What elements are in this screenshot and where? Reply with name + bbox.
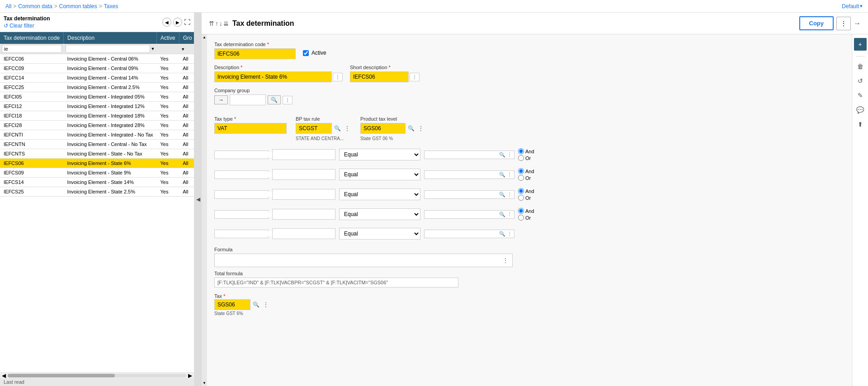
table-row[interactable]: IEFCC09 Invoicing Element - Central 09% … <box>0 64 194 73</box>
breadcrumb-common-data[interactable]: Common data <box>18 3 52 9</box>
collapse-panel-btn[interactable]: ◀ <box>194 13 202 386</box>
radio-or-label-1[interactable]: Or <box>518 175 534 181</box>
filter-code-input[interactable] <box>2 45 62 53</box>
cond-right-input-3[interactable] <box>426 212 497 217</box>
input-tax-bottom[interactable] <box>214 299 250 310</box>
radio-and-label-1[interactable]: And <box>518 168 534 174</box>
product-tax-level-more-icon[interactable]: ⋮ <box>417 124 425 133</box>
cond-right-more-icon-3[interactable]: ⋮ <box>507 212 512 217</box>
cond-center-input-1[interactable] <box>272 169 335 180</box>
product-tax-level-search-icon[interactable]: 🔍 <box>406 124 416 133</box>
table-row[interactable]: IEFCS09 Invoicing Element - State 9% Yes… <box>0 168 194 178</box>
sidebar-trash-icon[interactable]: 🗑 <box>854 60 867 73</box>
radio-or-2[interactable] <box>518 195 524 201</box>
clear-filter-btn[interactable]: ↺ Clear filter <box>4 23 50 29</box>
table-row[interactable]: IEFCS06 Invoicing Element - State 6% Yes… <box>0 159 194 168</box>
sidebar-refresh-icon[interactable]: ↺ <box>854 75 867 87</box>
cond-right-input-1[interactable] <box>426 172 497 177</box>
input-product-tax-level[interactable] <box>360 123 406 134</box>
radio-and-3[interactable] <box>518 208 524 214</box>
cond-left-input-2[interactable] <box>217 192 279 197</box>
sidebar-export-icon[interactable]: ⬆ <box>854 118 867 131</box>
nav-next-btn[interactable]: ▶ <box>173 18 182 27</box>
cond-right-search-icon-0[interactable]: 🔍 <box>499 152 505 158</box>
table-row[interactable]: IEFCNTS Invoicing Element - State - No T… <box>0 149 194 159</box>
tax-bottom-more-icon[interactable]: ⋮ <box>262 300 270 309</box>
cond-equal-select-2[interactable]: Equal Not equal Greater than Less than <box>339 188 420 200</box>
cond-left-input-0[interactable] <box>217 152 279 157</box>
cond-equal-select-4[interactable]: Equal Not equal Greater than Less than <box>339 228 420 240</box>
cond-right-search-icon-2[interactable]: 🔍 <box>499 192 505 198</box>
filter-desc-icon[interactable]: ▼ <box>151 47 155 51</box>
radio-or-label-0[interactable]: Or <box>518 155 534 161</box>
expand-btn[interactable]: ⛶ <box>184 19 190 26</box>
copy-button[interactable]: Copy <box>799 16 834 30</box>
nav-prev-btn[interactable]: ◀ <box>162 18 171 27</box>
scroll-down-btn[interactable]: ▼ <box>203 381 206 385</box>
sidebar-chat-icon[interactable]: 💬 <box>854 104 867 116</box>
cond-right-search-icon-4[interactable]: 🔍 <box>499 231 505 237</box>
description-action-btn[interactable]: ⋮ <box>333 73 343 81</box>
radio-or-3[interactable] <box>518 215 524 221</box>
radio-or-0[interactable] <box>518 155 524 161</box>
sort-first-icon[interactable]: ⇈ <box>209 20 214 27</box>
filter-desc-input[interactable] <box>66 45 150 53</box>
cond-right-more-icon-1[interactable]: ⋮ <box>507 172 512 178</box>
cond-center-input-2[interactable] <box>272 189 335 200</box>
radio-or-label-3[interactable]: Or <box>518 215 534 221</box>
breadcrumb-common-tables[interactable]: Common tables <box>59 3 97 9</box>
bp-tax-rule-more-icon[interactable]: ⋮ <box>343 124 351 133</box>
company-group-more-btn[interactable]: ⋮ <box>283 96 292 104</box>
short-description-action-btn[interactable]: ⋮ <box>410 73 420 81</box>
table-row[interactable]: IEFCC25 Invoicing Element - Central 2.5%… <box>0 83 194 92</box>
cond-right-input-0[interactable] <box>426 152 497 157</box>
cond-right-search-icon-1[interactable]: 🔍 <box>499 172 505 178</box>
sidebar-add-icon[interactable]: + <box>854 38 867 51</box>
vertical-scrollbar[interactable]: ▲ ▼ <box>202 34 207 386</box>
cond-center-input-3[interactable] <box>272 209 335 220</box>
radio-or-1[interactable] <box>518 175 524 181</box>
input-description[interactable] <box>214 71 332 82</box>
radio-and-label-0[interactable]: And <box>518 148 534 154</box>
exit-btn[interactable]: → <box>854 19 861 28</box>
radio-and-label-3[interactable]: And <box>518 208 534 214</box>
cond-equal-select-3[interactable]: Equal Not equal Greater than Less than <box>339 208 420 220</box>
horizontal-scroll[interactable]: ◀ ▶ <box>0 372 194 378</box>
cond-center-input-4[interactable] <box>272 228 335 239</box>
input-short-description[interactable] <box>350 71 409 82</box>
sidebar-pencil-icon[interactable]: ✎ <box>854 89 867 102</box>
table-row[interactable]: IEFCS14 Invoicing Element - State 14% Ye… <box>0 178 194 187</box>
cond-right-more-icon-4[interactable]: ⋮ <box>507 231 512 237</box>
cond-left-input-4[interactable] <box>217 231 279 236</box>
bp-tax-rule-search-icon[interactable]: 🔍 <box>333 124 342 133</box>
more-options-btn[interactable]: ⋮ <box>836 17 851 30</box>
table-row[interactable]: IEFCC14 Invoicing Element - Central 14% … <box>0 73 194 83</box>
cond-left-input-3[interactable] <box>217 212 279 217</box>
table-row[interactable]: IEFCI28 Invoicing Element - Integrated 2… <box>0 121 194 130</box>
sort-down-icon[interactable]: ↓ <box>219 20 222 27</box>
formula-more-icon[interactable]: ⋮ <box>501 256 509 265</box>
radio-and-0[interactable] <box>518 148 524 154</box>
table-row[interactable]: IEFCNTI Invoicing Element - Integrated -… <box>0 130 194 140</box>
radio-or-label-2[interactable]: Or <box>518 195 534 201</box>
cond-right-more-icon-2[interactable]: ⋮ <box>507 192 512 198</box>
table-row[interactable]: IEFCNTN Invoicing Element - Central - No… <box>0 140 194 149</box>
default-label[interactable]: Default ▾ <box>842 3 863 9</box>
input-company-group[interactable] <box>230 94 266 105</box>
table-row[interactable]: IEFCI12 Invoicing Element - Integrated 1… <box>0 102 194 111</box>
input-tax-determination-code[interactable] <box>214 48 296 59</box>
filter-group-icon[interactable]: ▼ <box>181 47 185 52</box>
table-row[interactable]: IEFCI05 Invoicing Element - Integrated 0… <box>0 92 194 102</box>
sort-up-icon[interactable]: ↑ <box>215 20 218 27</box>
radio-and-label-2[interactable]: And <box>518 188 534 194</box>
table-row[interactable]: IEFCI18 Invoicing Element - Integrated 1… <box>0 111 194 121</box>
radio-and-1[interactable] <box>518 168 524 174</box>
cond-right-input-4[interactable] <box>426 231 497 236</box>
radio-and-2[interactable] <box>518 188 524 194</box>
company-group-arrow-btn[interactable]: → <box>214 95 228 104</box>
active-checkbox[interactable] <box>303 50 309 56</box>
input-bp-tax-rule[interactable] <box>296 123 332 134</box>
sort-last-icon[interactable]: ⇊ <box>223 20 229 27</box>
input-formula[interactable] <box>217 257 500 264</box>
cond-equal-select-0[interactable]: Equal Not equal Greater than Less than <box>339 149 420 160</box>
